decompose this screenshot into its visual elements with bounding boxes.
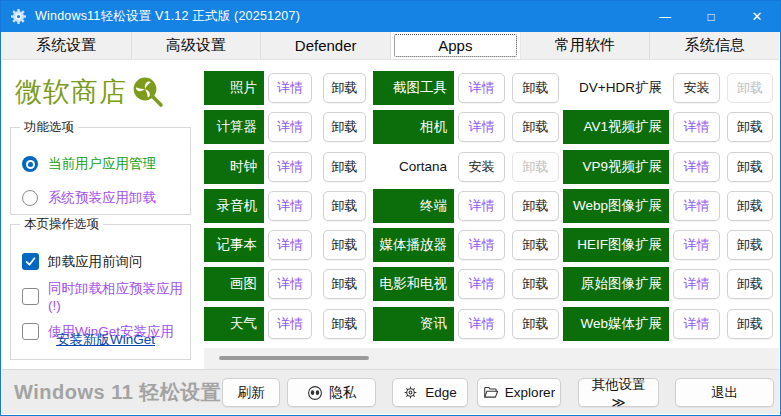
uninstall-button-电影和电视[interactable]: 卸载 [512,269,559,299]
statusbar-button-label: 刷新 [238,384,265,402]
window-controls: — □ ✕ [642,1,780,32]
uninstall-button-HEIF图像扩展[interactable]: 卸载 [727,230,773,260]
detail-button-媒体播放器[interactable]: 详情 [458,230,505,260]
statusbar-button-退出[interactable]: 退出 [675,378,774,407]
detail-button-录音机[interactable]: 详情 [268,191,312,221]
uninstall-button-时钟[interactable]: 卸载 [323,152,366,182]
uninstall-button-照片[interactable]: 卸载 [323,73,366,103]
detail-button-Webp图像扩展[interactable]: 详情 [673,191,720,221]
statusbar-button-Explorer[interactable]: Explorer [477,378,561,407]
detail-button-原始图像扩展[interactable]: 详情 [673,269,720,299]
statusbar-button-Edge[interactable]: Edge [392,378,468,407]
app-name-label: DV+HDR扩展 [563,71,669,105]
uninstall-button-DV+HDR扩展: 卸载 [727,73,773,103]
app-row-计算器: 计算器详情卸载 [204,110,366,144]
checkbox-unchecked-icon [22,323,39,340]
page-options-title: 本页操作选项 [20,216,103,233]
feature-options-title: 功能选项 [20,119,78,136]
feature-option-当前用户应用管理[interactable]: 当前用户应用管理 [22,147,190,181]
app-row-VP9视频扩展: VP9视频扩展详情卸载 [563,150,773,184]
uninstall-button-计算器[interactable]: 卸载 [323,112,366,142]
privacy-eyes-icon [307,385,323,401]
app-name-label: Webp图像扩展 [563,189,669,223]
detail-button-VP9视频扩展[interactable]: 详情 [673,152,720,182]
detail-button-电影和电视[interactable]: 详情 [458,269,505,299]
store-title: 微软商店 [15,74,127,110]
app-row-HEIF图像扩展: HEIF图像扩展详情卸载 [563,228,773,262]
tab-Apps[interactable]: Apps [391,32,521,59]
app-column-2: 截图工具详情卸载相机详情卸载Cortana安装卸载终端详情卸载媒体播放器详情卸载… [373,71,559,346]
detail-button-时钟[interactable]: 详情 [268,152,312,182]
app-name-label: 天气 [204,307,264,341]
tab-高级设置[interactable]: 高级设置 [132,32,262,59]
uninstall-button-记事本[interactable]: 卸载 [323,230,366,260]
statusbar-button-label: Edge [425,385,457,400]
app-row-截图工具: 截图工具详情卸载 [373,71,559,105]
app-row-媒体播放器: 媒体播放器详情卸载 [373,228,559,262]
detail-button-计算器[interactable]: 详情 [268,112,312,142]
install-winget-link[interactable]: 安装新版WinGet [56,331,155,349]
tab-Defender[interactable]: Defender [261,32,391,59]
detail-button-截图工具[interactable]: 详情 [458,73,505,103]
statusbar-button-隐私[interactable]: 隐私 [287,378,376,407]
detail-button-终端[interactable]: 详情 [458,191,505,221]
option-label: 当前用户应用管理 [48,155,156,173]
app-name-label: 原始图像扩展 [563,267,669,301]
app-row-天气: 天气详情卸载 [204,307,366,341]
uninstall-button-资讯[interactable]: 卸载 [512,309,559,339]
detail-button-AV1视频扩展[interactable]: 详情 [673,112,720,142]
uninstall-button-终端[interactable]: 卸载 [512,191,559,221]
tab-系统信息[interactable]: 系统信息 [650,32,779,59]
app-name-label: VP9视频扩展 [563,150,669,184]
tab-常用软件[interactable]: 常用软件 [521,32,651,59]
statusbar-button-刷新[interactable]: 刷新 [222,378,280,407]
uninstall-button-录音机[interactable]: 卸载 [323,191,366,221]
horizontal-scrollbar-thumb[interactable] [219,356,369,360]
uninstall-button-媒体播放器[interactable]: 卸载 [512,230,559,260]
checkbox-unchecked-icon [22,288,39,305]
detail-button-画图[interactable]: 详情 [268,269,312,299]
uninstall-button-截图工具[interactable]: 卸载 [512,73,559,103]
detail-button-天气[interactable]: 详情 [268,309,312,339]
app-row-原始图像扩展: 原始图像扩展详情卸载 [563,267,773,301]
page-option-卸载应用前询问[interactable]: 卸载应用前询问 [22,244,190,279]
checkbox-checked-icon [22,253,39,270]
close-button[interactable]: ✕ [734,1,780,32]
tab-系统设置[interactable]: 系统设置 [2,32,132,59]
sidebar: 微软商店 功能选项 当前用户应用管理系统预装应用卸载 本页操作选项 [2,60,202,369]
app-row-录音机: 录音机详情卸载 [204,189,366,223]
uninstall-button-Webp图像扩展[interactable]: 卸载 [727,191,773,221]
apps-grid: 照片详情卸载计算器详情卸载时钟详情卸载录音机详情卸载记事本详情卸载画图详情卸载天… [202,60,779,369]
detail-button-HEIF图像扩展[interactable]: 详情 [673,230,720,260]
app-row-画图: 画图详情卸载 [204,267,366,301]
install-button-DV+HDR扩展[interactable]: 安装 [673,73,720,103]
feature-options-group: 功能选项 当前用户应用管理系统预装应用卸载 [10,127,191,215]
lollipop-search-icon [131,75,165,109]
statusbar-button-其他设置 ≫[interactable]: 其他设置 ≫ [578,378,659,407]
uninstall-button-原始图像扩展[interactable]: 卸载 [727,269,773,299]
uninstall-button-天气[interactable]: 卸载 [323,309,366,339]
app-name-label: HEIF图像扩展 [563,228,669,262]
app-column-1: 照片详情卸载计算器详情卸载时钟详情卸载录音机详情卸载记事本详情卸载画图详情卸载天… [204,71,366,346]
statusbar-button-label: 其他设置 ≫ [585,376,652,410]
detail-button-资讯[interactable]: 详情 [458,309,505,339]
detail-button-记事本[interactable]: 详情 [268,230,312,260]
uninstall-button-Web媒体扩展[interactable]: 卸载 [727,309,773,339]
minimize-button[interactable]: — [642,1,688,32]
maximize-button[interactable]: □ [688,1,734,32]
statusbar-button-label: Explorer [505,385,555,400]
app-name-label: 终端 [373,189,454,223]
install-button-Cortana[interactable]: 安装 [458,152,505,182]
uninstall-button-画图[interactable]: 卸载 [323,269,366,299]
page-option-同时卸载相应预装应用(!)[interactable]: 同时卸载相应预装应用(!) [22,279,190,314]
feature-option-系统预装应用卸载[interactable]: 系统预装应用卸载 [22,181,190,215]
app-name-label: AV1视频扩展 [563,110,669,144]
detail-button-照片[interactable]: 详情 [268,73,312,103]
app-name-label: 截图工具 [373,71,454,105]
uninstall-button-VP9视频扩展[interactable]: 卸载 [727,152,773,182]
brand-text: Windows 11 轻松设置 [14,379,221,406]
detail-button-Web媒体扩展[interactable]: 详情 [673,309,720,339]
uninstall-button-相机[interactable]: 卸载 [512,112,559,142]
detail-button-相机[interactable]: 详情 [458,112,505,142]
uninstall-button-AV1视频扩展[interactable]: 卸载 [727,112,773,142]
